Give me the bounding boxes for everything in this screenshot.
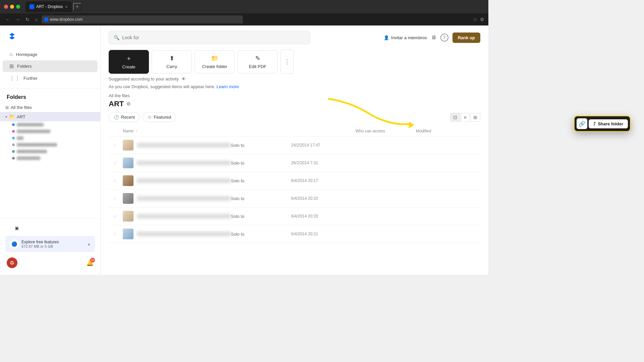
file-name-3 <box>137 178 231 183</box>
monitor-icon[interactable]: 🖥 <box>431 35 436 41</box>
table-header: Name ↑ Who can access Modified <box>109 126 480 136</box>
minimize-traffic-light[interactable] <box>10 5 14 9</box>
close-traffic-light[interactable] <box>4 5 8 9</box>
pencil-icon: ✎ <box>255 55 260 62</box>
star-icon-row-4[interactable]: ☆ <box>113 196 123 201</box>
tab-close-icon[interactable]: ✕ <box>65 5 68 9</box>
file-name-5 <box>137 214 231 219</box>
grid-view-button[interactable]: ⊞ <box>470 113 480 122</box>
reload-button[interactable]: ↻ <box>24 17 31 22</box>
sidebar-item-further[interactable]: ⋮⋮ Further <box>3 72 98 84</box>
col-modified-header: Modified <box>416 129 476 133</box>
maximize-traffic-light[interactable] <box>16 5 20 9</box>
rank-up-button[interactable]: Rank up <box>452 33 480 43</box>
sidebar-folders-label: Folders <box>17 64 32 69</box>
help-icon[interactable]: ? <box>440 34 448 42</box>
create-button[interactable]: ＋ Create <box>109 50 149 74</box>
actions-row: ＋ Create ⬆ Carry 📁 Create folder ✎ Edit … <box>101 44 488 76</box>
active-tab[interactable]: ART - Dropbox ✕ <box>25 1 72 12</box>
table-row[interactable]: ☆ Solo tú 24/2/2014 17:47 <box>109 136 480 154</box>
col-name-header[interactable]: Name ↑ <box>123 129 356 133</box>
edit-pdf-button[interactable]: ✎ Edit PDF <box>237 50 278 73</box>
bookmark-icon[interactable]: ☆ <box>473 17 477 22</box>
file-thumbnail-6 <box>123 229 133 239</box>
featured-filter-button[interactable]: ☆ Featured <box>143 112 176 122</box>
folder-plus-icon: 📁 <box>211 55 218 62</box>
eye-icon[interactable]: 👁 <box>181 76 186 81</box>
create-label: Create <box>122 64 135 69</box>
new-tab-button[interactable]: + <box>73 3 82 10</box>
more-actions-button[interactable]: ⋮ <box>280 50 294 74</box>
file-name-1 <box>137 143 231 147</box>
thumbnail-view-button[interactable]: ⊡ <box>450 113 460 122</box>
suggested-empty-label: As you use Dropbox, suggested items will… <box>109 84 215 89</box>
star-icon-row-3[interactable]: ☆ <box>113 178 123 183</box>
address-bar[interactable]: www.dropbox.com <box>42 15 243 23</box>
plus-icon: ＋ <box>126 54 132 62</box>
table-row[interactable]: ☆ Solo tú 6/4/2014 20:21 <box>109 225 480 243</box>
browser-chrome: ART - Dropbox ✕ + <box>0 0 488 13</box>
all-files-item[interactable]: ⊞ All the files <box>0 103 100 112</box>
upload-icon: ⬆ <box>169 55 174 62</box>
forward-button[interactable]: → <box>14 17 21 22</box>
sub-folder-2[interactable] <box>7 128 100 135</box>
explore-text-block: Explore free features 672.87 MB or 5 GB <box>21 240 59 248</box>
view-toggle: ⊡ ≡ ⊞ <box>450 113 480 122</box>
art-folder-item[interactable]: ▾ 📁 ART <box>0 112 100 121</box>
table-row[interactable]: ☆ Solo tú 6/4/2014 20:20 <box>109 207 480 225</box>
star-icon-row-2[interactable]: ☆ <box>113 160 123 166</box>
star-icon-row-6[interactable]: ☆ <box>113 231 123 237</box>
toolbar: 🔍 👤 Invitar a miembros 🖥 ? Rank up <box>101 25 488 44</box>
back-button[interactable]: ← <box>4 17 11 22</box>
search-icon: 🔍 <box>114 35 119 40</box>
star-icon-row-1[interactable]: ☆ <box>113 142 123 148</box>
home-button[interactable]: ⌂ <box>34 17 39 22</box>
explore-box[interactable]: 🔵 Explore free features 672.87 MB or 5 G… <box>5 236 95 252</box>
row-access-3: Solo tú <box>231 178 291 183</box>
carry-button[interactable]: ⬆ Carry <box>152 50 192 73</box>
folder-header: ART ⚙ <box>109 100 480 108</box>
star-icon-row-5[interactable]: ☆ <box>113 214 123 219</box>
sub-folder-4[interactable] <box>7 141 100 148</box>
sub-folder-3[interactable] <box>7 135 100 141</box>
sidebar-panel-icon[interactable]: ▣ <box>8 223 92 233</box>
col-access-header: Who can access <box>356 129 416 133</box>
folders-title: Folders <box>0 92 100 102</box>
file-name-6 <box>137 232 231 236</box>
avatar[interactable]: G <box>7 257 17 268</box>
settings-icon[interactable]: ⚙ <box>480 17 484 22</box>
blurred-label-6 <box>17 157 40 160</box>
folder-arrow-icon: ▾ <box>5 115 7 119</box>
learn-more-link[interactable]: Learn more <box>217 84 239 89</box>
search-input[interactable] <box>122 35 305 40</box>
blurred-label-3 <box>17 136 23 140</box>
sidebar-item-homepage[interactable]: ⌂ Homepage <box>3 49 98 60</box>
blurred-label-5 <box>17 150 47 153</box>
create-folder-label: Create folder <box>202 64 227 69</box>
sub-folder-1[interactable] <box>7 121 100 128</box>
invite-members-button[interactable]: 👤 Invitar a miembros <box>384 35 427 40</box>
invite-label: Invitar a miembros <box>391 35 427 40</box>
sub-folder-6[interactable] <box>7 155 100 162</box>
filter-row: 🕐 Recent ☆ Featured ⊡ ≡ ⊞ <box>109 112 480 122</box>
edit-pdf-label: Edit PDF <box>249 64 266 69</box>
list-view-button[interactable]: ≡ <box>461 113 470 122</box>
panel-icon: ▣ <box>15 226 19 231</box>
create-folder-button[interactable]: 📁 Create folder <box>195 50 235 73</box>
table-row[interactable]: ☆ Solo tú 6/4/2014 20:20 <box>109 190 480 207</box>
file-name-4 <box>137 196 231 201</box>
recent-filter-button[interactable]: 🕐 Recent <box>109 112 140 122</box>
tab-favicon <box>30 4 34 9</box>
search-box[interactable]: 🔍 <box>109 31 310 44</box>
file-thumbnail-2 <box>123 158 133 168</box>
folder-settings-icon[interactable]: ⚙ <box>126 101 131 107</box>
sidebar-bottom: ▣ 🔵 Explore free features 672.87 MB or 5… <box>0 218 100 275</box>
sidebar-item-folders[interactable]: ⊞ Folders <box>3 60 98 72</box>
table-row[interactable]: ☆ Solo tú 26/2/2014 7:31 <box>109 154 480 172</box>
table-row[interactable]: ☆ Solo tú 6/4/2014 20:17 <box>109 172 480 190</box>
explore-chevron-icon: ▲ <box>87 242 91 246</box>
dot-icon-2 <box>12 130 15 133</box>
dropbox-logo <box>7 31 17 42</box>
file-thumbnail-5 <box>123 211 133 222</box>
sub-folder-5[interactable] <box>7 148 100 155</box>
